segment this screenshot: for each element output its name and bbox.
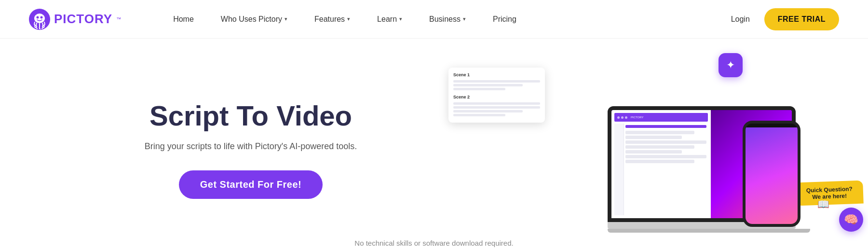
script-panel: Scene 1 Scene 2 <box>448 68 545 123</box>
book-icon: 📖 <box>817 198 829 210</box>
svg-point-1 <box>34 14 45 23</box>
svg-point-2 <box>37 16 39 18</box>
chat-bubble[interactable]: Quick Question? We are here! <box>795 181 864 206</box>
logo[interactable]: PICTORY™ <box>29 9 121 30</box>
chevron-down-icon: ▾ <box>285 16 287 22</box>
nav-learn[interactable]: Learn ▾ <box>364 15 416 24</box>
chat-widget[interactable]: Quick Question? We are here! 📖 🧠 <box>796 181 863 232</box>
nav-pricing[interactable]: Pricing <box>479 15 530 24</box>
navbar: PICTORY™ Home Who Uses Pictory ▾ Feature… <box>0 0 868 39</box>
hero-right: Scene 1 Scene 2 ✦ PI <box>444 39 829 251</box>
nav-who-uses[interactable]: Who Uses Pictory ▾ <box>207 15 301 24</box>
ai-star-icon: ✦ <box>726 59 735 71</box>
logo-tm: ™ <box>116 16 121 22</box>
hero-left: Script To Video Bring your scripts to li… <box>58 91 444 199</box>
hero-title: Script To Video <box>149 100 352 131</box>
chevron-down-icon: ▾ <box>399 16 402 22</box>
cta-button[interactable]: Get Started For Free! <box>179 170 323 199</box>
bottom-note: No technical skills or software download… <box>0 239 868 247</box>
hero-subtitle: Bring your scripts to life with Pictory'… <box>145 140 357 153</box>
nav-business[interactable]: Business ▾ <box>416 15 479 24</box>
login-button[interactable]: Login <box>731 15 750 24</box>
ai-icon-box: ✦ <box>719 53 743 77</box>
chevron-down-icon: ▾ <box>347 16 350 22</box>
nav-features[interactable]: Features ▾ <box>301 15 364 24</box>
logo-icon <box>29 9 50 30</box>
chevron-down-icon: ▾ <box>463 16 466 22</box>
free-trial-button[interactable]: FREE TRIAL <box>764 8 839 30</box>
hero-section: Script To Video Bring your scripts to li… <box>0 39 868 251</box>
nav-home[interactable]: Home <box>160 15 207 24</box>
chat-avatar[interactable]: 🧠 <box>839 208 863 232</box>
nav-links: Home Who Uses Pictory ▾ Features ▾ Learn… <box>160 15 731 24</box>
logo-text: PICTORY <box>54 12 112 27</box>
svg-point-3 <box>41 16 43 18</box>
nav-right: Login FREE TRIAL <box>731 8 839 30</box>
phone-mockup <box>743 121 800 227</box>
